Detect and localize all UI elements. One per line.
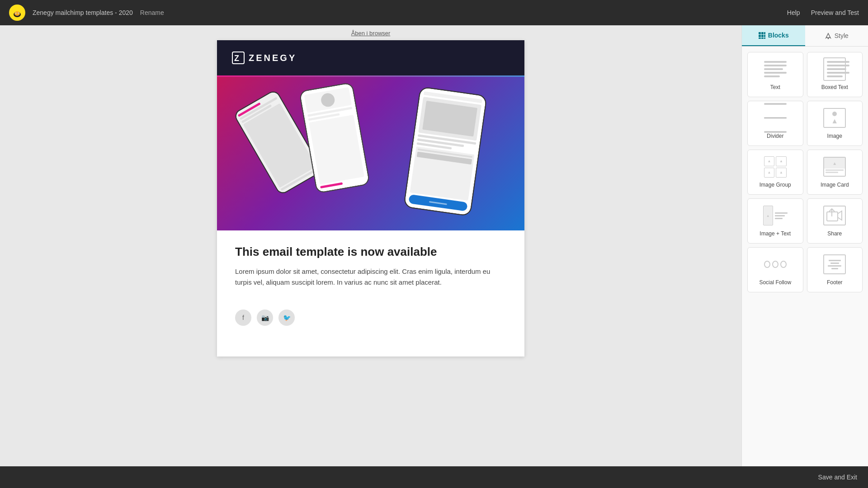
block-social-follow[interactable]: Social Follow bbox=[747, 247, 803, 292]
svg-rect-13 bbox=[761, 35, 764, 37]
footer-block-icon bbox=[821, 253, 848, 276]
image-block-icon bbox=[821, 107, 848, 129]
email-paragraph: Lorem ipsum dolor sit amet, consectetur … bbox=[235, 266, 506, 288]
right-panel: Blocks Style bbox=[741, 25, 868, 466]
image-card-block-icon: ▲ bbox=[821, 155, 848, 178]
image-group-block-label: Image Group bbox=[760, 182, 791, 188]
image-group-block-icon bbox=[762, 155, 789, 178]
preview-and-test-button[interactable]: Preview and Test bbox=[811, 9, 859, 16]
block-image[interactable]: Image bbox=[807, 101, 863, 146]
tab-style[interactable]: Style bbox=[805, 25, 868, 46]
topbar: Zenegy mailchimp templates - 2020 Rename… bbox=[0, 0, 868, 25]
text-block-label: Text bbox=[770, 84, 780, 90]
block-divider[interactable]: Divider bbox=[747, 101, 803, 146]
svg-rect-14 bbox=[764, 35, 765, 37]
topbar-left: Zenegy mailchimp templates - 2020 Rename bbox=[9, 5, 164, 21]
open-in-browser-link[interactable]: Åben i browser bbox=[351, 25, 391, 40]
svg-point-18 bbox=[827, 38, 829, 39]
mailchimp-logo-icon bbox=[9, 5, 25, 21]
help-button[interactable]: Help bbox=[787, 9, 800, 16]
image-text-block-label: Image + Text bbox=[760, 230, 791, 237]
svg-rect-15 bbox=[759, 38, 761, 39]
svg-rect-16 bbox=[761, 38, 764, 39]
zenegy-logo-text: ZENEGY bbox=[249, 53, 297, 63]
image-block-label: Image bbox=[827, 133, 842, 139]
social-icons-row: f 📷 🐦 bbox=[217, 302, 524, 333]
instagram-icon: 📷 bbox=[257, 310, 273, 326]
tab-blocks-label: Blocks bbox=[768, 32, 789, 39]
svg-point-2 bbox=[14, 11, 20, 16]
zenegy-logo: Z ZENEGY bbox=[231, 51, 510, 65]
canvas-area: Åben i browser Z ZENEGY bbox=[0, 25, 741, 466]
email-hero-image bbox=[217, 77, 524, 230]
svg-rect-9 bbox=[759, 32, 761, 34]
social-follow-block-label: Social Follow bbox=[759, 279, 791, 286]
svg-rect-12 bbox=[759, 35, 761, 37]
divider-block-icon bbox=[762, 107, 789, 129]
rename-button[interactable]: Rename bbox=[140, 9, 164, 16]
facebook-icon: f bbox=[235, 310, 251, 326]
topbar-right: Help Preview and Test bbox=[787, 9, 859, 16]
block-text[interactable]: Text bbox=[747, 52, 803, 97]
block-image-card[interactable]: ▲ Image Card bbox=[807, 150, 863, 195]
footer-block-label: Footer bbox=[827, 279, 843, 286]
svg-point-5 bbox=[15, 13, 16, 13]
phone-mockup-3 bbox=[403, 86, 487, 216]
block-share[interactable]: Share bbox=[807, 198, 863, 244]
main-layout: Åben i browser Z ZENEGY bbox=[0, 25, 868, 466]
block-image-text[interactable]: ▲ Image + Text bbox=[747, 198, 803, 244]
image-text-block-icon: ▲ bbox=[762, 204, 789, 227]
email-header: Z ZENEGY bbox=[217, 40, 524, 77]
share-block-label: Share bbox=[827, 230, 842, 237]
image-card-block-label: Image Card bbox=[821, 182, 849, 188]
email-preview: Z ZENEGY bbox=[217, 40, 524, 357]
style-paint-icon bbox=[825, 32, 832, 39]
boxed-text-block-label: Boxed Text bbox=[821, 84, 848, 90]
svg-rect-11 bbox=[764, 32, 765, 34]
share-block-icon bbox=[821, 204, 848, 227]
email-heading: This email template is now available bbox=[235, 245, 506, 259]
svg-point-6 bbox=[18, 13, 19, 13]
svg-text:Z: Z bbox=[234, 54, 239, 63]
text-block-icon bbox=[762, 58, 789, 80]
blocks-grid-icon bbox=[758, 32, 765, 39]
block-boxed-text[interactable]: Boxed Text bbox=[807, 52, 863, 97]
twitter-icon: 🐦 bbox=[278, 310, 295, 326]
template-title: Zenegy mailchimp templates - 2020 bbox=[33, 9, 133, 16]
social-follow-block-icon bbox=[762, 253, 789, 276]
panel-blocks-grid: Text Boxed Text bbox=[742, 47, 868, 466]
block-footer[interactable]: Footer bbox=[807, 247, 863, 292]
boxed-text-block-icon bbox=[821, 58, 848, 80]
tab-blocks[interactable]: Blocks bbox=[742, 25, 805, 46]
svg-rect-17 bbox=[764, 38, 765, 39]
save-and-exit-button[interactable]: Save and Exit bbox=[818, 474, 857, 481]
bottombar: Save and Exit bbox=[0, 466, 868, 488]
email-text-section: This email template is now available Lor… bbox=[217, 230, 524, 302]
divider-block-label: Divider bbox=[767, 133, 783, 139]
tab-style-label: Style bbox=[835, 32, 849, 39]
block-image-group[interactable]: Image Group bbox=[747, 150, 803, 195]
svg-rect-10 bbox=[761, 32, 764, 34]
zenegy-logo-icon: Z bbox=[231, 51, 245, 65]
panel-tabs: Blocks Style bbox=[742, 25, 868, 47]
